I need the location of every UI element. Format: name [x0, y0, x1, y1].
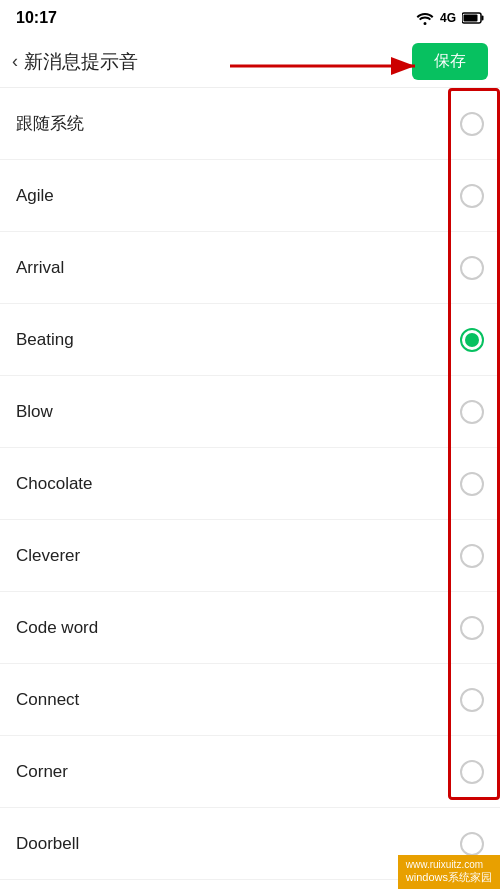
status-bar: 10:17 4G — [0, 0, 500, 36]
list-item-label: Agile — [16, 186, 54, 206]
watermark-label: windows系统家园 — [406, 870, 492, 885]
svg-rect-2 — [482, 16, 484, 21]
svg-rect-1 — [464, 15, 478, 22]
watermark-url: www.ruixuitz.com — [406, 859, 492, 870]
status-icons: 4G — [416, 11, 484, 25]
list-item[interactable]: Connect — [0, 664, 500, 736]
list-item-label: Cleverer — [16, 546, 80, 566]
battery-icon — [462, 12, 484, 24]
radio-button[interactable] — [460, 328, 484, 352]
radio-button[interactable] — [460, 472, 484, 496]
toolbar-left: ‹ 新消息提示音 — [12, 49, 138, 75]
radio-button[interactable] — [460, 184, 484, 208]
save-button[interactable]: 保存 — [412, 43, 488, 80]
radio-button[interactable] — [460, 256, 484, 280]
radio-button[interactable] — [460, 760, 484, 784]
list-item[interactable]: Arrival — [0, 232, 500, 304]
status-time: 10:17 — [16, 9, 57, 27]
list-item-label: Blow — [16, 402, 53, 422]
list-item-label: 跟随系统 — [16, 112, 84, 135]
network-icon: 4G — [440, 11, 456, 25]
toolbar: ‹ 新消息提示音 保存 — [0, 36, 500, 88]
list-item[interactable]: Beating — [0, 304, 500, 376]
list-item[interactable]: Agile — [0, 160, 500, 232]
list-item-label: Chocolate — [16, 474, 93, 494]
list-item-label: Beating — [16, 330, 74, 350]
radio-button[interactable] — [460, 400, 484, 424]
watermark: www.ruixuitz.com windows系统家园 — [398, 855, 500, 889]
list-item-label: Connect — [16, 690, 79, 710]
list-item[interactable]: Cleverer — [0, 520, 500, 592]
wifi-icon — [416, 11, 434, 25]
list-item[interactable]: Chocolate — [0, 448, 500, 520]
list-item[interactable]: Corner — [0, 736, 500, 808]
back-button[interactable]: ‹ — [12, 51, 18, 72]
list-item[interactable]: Blow — [0, 376, 500, 448]
radio-button[interactable] — [460, 616, 484, 640]
radio-button[interactable] — [460, 112, 484, 136]
list-item[interactable]: 跟随系统 — [0, 88, 500, 160]
list-item-label: Doorbell — [16, 834, 79, 854]
list-item-label: Code word — [16, 618, 98, 638]
settings-list: 跟随系统AgileArrivalBeatingBlowChocolateClev… — [0, 88, 500, 880]
radio-button[interactable] — [460, 832, 484, 856]
list-item-label: Arrival — [16, 258, 64, 278]
page-title: 新消息提示音 — [24, 49, 138, 75]
list-item-label: Corner — [16, 762, 68, 782]
radio-button[interactable] — [460, 688, 484, 712]
radio-inner — [465, 333, 479, 347]
radio-button[interactable] — [460, 544, 484, 568]
list-item[interactable]: Code word — [0, 592, 500, 664]
